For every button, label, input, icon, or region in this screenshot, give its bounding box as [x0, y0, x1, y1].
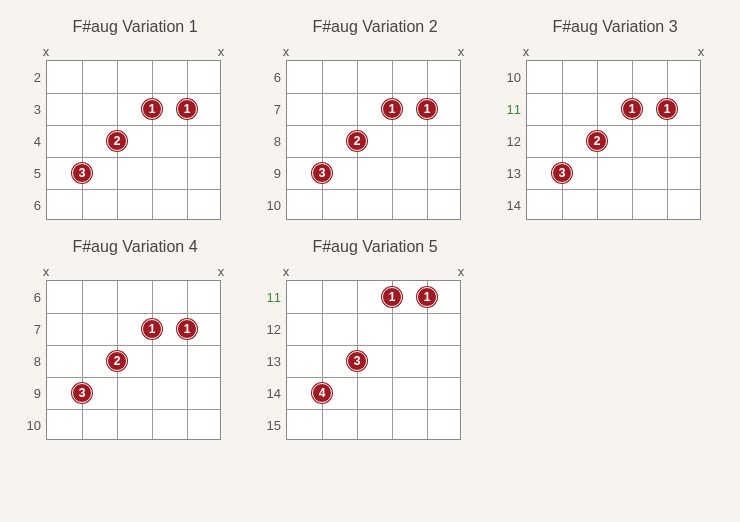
fret-number: 7 — [263, 102, 281, 117]
fret-line — [527, 125, 700, 126]
finger-dot: 1 — [142, 99, 162, 119]
string-line — [667, 61, 668, 219]
fret-number: 15 — [263, 418, 281, 433]
chord-diagram: xx6789101123 — [286, 44, 461, 220]
chart-title: F#aug Variation 3 — [520, 18, 710, 36]
fret-line — [287, 157, 460, 158]
mute-marker: x — [43, 44, 50, 59]
fret-line — [47, 93, 220, 94]
finger-dot: 1 — [657, 99, 677, 119]
fret-number: 14 — [263, 386, 281, 401]
mute-marker: x — [523, 44, 530, 59]
finger-dot: 3 — [552, 163, 572, 183]
fret-number: 11 — [503, 102, 521, 117]
fret-number: 4 — [23, 134, 41, 149]
finger-dot: 1 — [417, 287, 437, 307]
fret-number: 10 — [503, 70, 521, 85]
string-line — [322, 281, 323, 439]
fretboard: 10111213141123 — [526, 60, 701, 220]
chord-diagram: xx10111213141123 — [526, 44, 701, 220]
string-markers: xx — [286, 44, 461, 60]
string-line — [427, 61, 428, 219]
fret-number: 5 — [23, 166, 41, 181]
fret-line — [47, 157, 220, 158]
string-line — [82, 61, 83, 219]
mute-marker: x — [458, 264, 465, 279]
chord-chart: F#aug Variation 4xx6789101123 — [20, 238, 230, 440]
finger-dot: 1 — [622, 99, 642, 119]
string-line — [562, 61, 563, 219]
mute-marker: x — [218, 264, 225, 279]
fret-line — [47, 377, 220, 378]
finger-dot: 2 — [587, 131, 607, 151]
chord-diagram: xx234561123 — [46, 44, 221, 220]
fretboard: 234561123 — [46, 60, 221, 220]
mute-marker: x — [283, 264, 290, 279]
mute-marker: x — [43, 264, 50, 279]
mute-marker: x — [218, 44, 225, 59]
fret-number: 14 — [503, 198, 521, 213]
fret-number: 7 — [23, 322, 41, 337]
fretboard: 6789101123 — [286, 60, 461, 220]
fret-number: 11 — [263, 290, 281, 305]
finger-dot: 1 — [417, 99, 437, 119]
fret-line — [47, 409, 220, 410]
fret-line — [47, 313, 220, 314]
fret-number: 10 — [23, 418, 41, 433]
fret-number: 12 — [263, 322, 281, 337]
fret-line — [287, 189, 460, 190]
string-markers: xx — [526, 44, 701, 60]
string-line — [82, 281, 83, 439]
fret-line — [287, 93, 460, 94]
finger-dot: 3 — [72, 383, 92, 403]
finger-dot: 2 — [347, 131, 367, 151]
chord-diagram: xx6789101123 — [46, 264, 221, 440]
fret-number: 13 — [263, 354, 281, 369]
fret-line — [47, 189, 220, 190]
string-markers: xx — [286, 264, 461, 280]
fret-number: 6 — [23, 290, 41, 305]
chart-title: F#aug Variation 1 — [40, 18, 230, 36]
finger-dot: 3 — [312, 163, 332, 183]
chord-chart: F#aug Variation 5xx11121314151134 — [260, 238, 470, 440]
chord-chart: F#aug Variation 2xx6789101123 — [260, 18, 470, 220]
fret-line — [47, 345, 220, 346]
fret-number: 6 — [23, 198, 41, 213]
chart-title: F#aug Variation 2 — [280, 18, 470, 36]
finger-dot: 3 — [72, 163, 92, 183]
mute-marker: x — [698, 44, 705, 59]
chart-title: F#aug Variation 5 — [280, 238, 470, 256]
finger-dot: 1 — [382, 99, 402, 119]
chord-chart: F#aug Variation 3xx10111213141123 — [500, 18, 710, 220]
chart-title: F#aug Variation 4 — [40, 238, 230, 256]
fret-line — [47, 125, 220, 126]
fret-line — [527, 157, 700, 158]
finger-dot: 3 — [347, 351, 367, 371]
mute-marker: x — [283, 44, 290, 59]
string-line — [152, 281, 153, 439]
chord-chart: F#aug Variation 1xx234561123 — [20, 18, 230, 220]
fret-line — [287, 125, 460, 126]
fret-number: 6 — [263, 70, 281, 85]
fret-line — [287, 345, 460, 346]
chord-grid: F#aug Variation 1xx234561123F#aug Variat… — [20, 18, 720, 440]
fret-line — [287, 409, 460, 410]
string-line — [152, 61, 153, 219]
mute-marker: x — [458, 44, 465, 59]
finger-dot: 4 — [312, 383, 332, 403]
string-line — [187, 61, 188, 219]
fret-number: 8 — [23, 354, 41, 369]
string-line — [632, 61, 633, 219]
finger-dot: 2 — [107, 351, 127, 371]
finger-dot: 1 — [177, 319, 197, 339]
string-line — [392, 61, 393, 219]
finger-dot: 1 — [177, 99, 197, 119]
fret-number: 9 — [263, 166, 281, 181]
fret-line — [527, 93, 700, 94]
fretboard: 11121314151134 — [286, 280, 461, 440]
fret-line — [287, 377, 460, 378]
string-markers: xx — [46, 44, 221, 60]
fret-number: 2 — [23, 70, 41, 85]
finger-dot: 2 — [107, 131, 127, 151]
fret-line — [287, 313, 460, 314]
